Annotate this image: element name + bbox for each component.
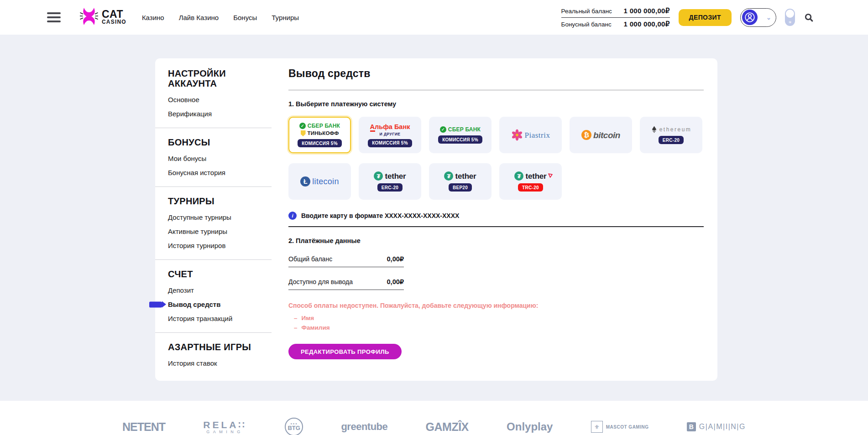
provider-logo-relax-gaming: RELA∷ GAMING [203, 419, 247, 435]
mascot-gaming-icon: ⚜ [591, 421, 603, 433]
cat-casino-logo[interactable]: CAT CASINO [80, 7, 126, 27]
payment-unavailable-warning: Способ оплаты недоступен. Пожалуйста, до… [288, 302, 704, 309]
provider-logo-btg: ★★★ BTG [285, 418, 303, 435]
real-balance-label: Реальный баланс [561, 8, 612, 15]
step1-label: 1. Выберите платежную систему [288, 100, 704, 108]
chevron-down-icon: ⌄ [766, 14, 771, 21]
card-format-note: i Вводите карту в формате ХХХХ-ХХХХ-ХХХХ… [288, 212, 704, 220]
payment-tile-piastrix[interactable]: Piastrix [499, 117, 562, 153]
commission-badge: КОМИССИЯ 5% [438, 135, 482, 144]
bitcoin-icon: ₿ [581, 130, 591, 140]
total-balance-row: Общий баланс 0,00₽ [288, 255, 404, 267]
step2-label: 2. Платёжные данные [288, 237, 704, 244]
network-badge: TRC-20 [518, 183, 543, 192]
top-header: CAT CASINO Казино Лайв Казино Бонусы Тур… [0, 0, 868, 35]
sidebar-section-account: СЧЕТ Депозит Вывод средств История транз… [155, 259, 272, 322]
nav-item-tournaments[interactable]: Турниры [272, 14, 299, 21]
logo-word-casino: CASINO [102, 20, 126, 25]
sidebar-item-transaction-history[interactable]: История транзакций [168, 315, 267, 322]
bonus-balance-label: Бонусный баланс [561, 21, 612, 28]
sidebar-item-withdrawal[interactable]: Вывод средств [168, 300, 267, 308]
ethereum-icon [651, 126, 658, 133]
sidebar-item-tournament-history[interactable]: История турниров [168, 242, 267, 249]
sidebar-section-account-settings: НАСТРОЙКИ АККАУНТА Основное Верификация [155, 68, 272, 118]
payment-tile-ethereum[interactable]: ethereum ERC-20 [640, 117, 702, 153]
balance-summary: Реальный баланс 1 000 000,00₽ Бонусный б… [561, 7, 670, 28]
real-balance-row: Реальный баланс 1 000 000,00₽ [561, 7, 670, 18]
search-button[interactable] [804, 12, 814, 23]
total-balance-label: Общий баланс [288, 255, 332, 263]
section-title: СЧЕТ [168, 269, 267, 279]
commission-badge: КОМИССИЯ 5% [298, 139, 342, 147]
tether-icon: ₮ [444, 171, 453, 181]
avatar-icon [742, 10, 758, 25]
sidebar-item-my-bonuses[interactable]: Мои бонусы [168, 155, 267, 162]
payment-tile-tether-trc20[interactable]: ₮tether TRC-20 [499, 163, 562, 200]
nav-item-casino[interactable]: Казино [142, 14, 164, 21]
logo-word-cat: CAT [102, 10, 126, 20]
section-title: НАСТРОЙКИ АККАУНТА [168, 68, 267, 88]
main-nav: Казино Лайв Казино Бонусы Турниры [142, 14, 299, 21]
nav-item-live-casino[interactable]: Лайв Казино [179, 14, 219, 21]
edit-profile-button[interactable]: РЕДАКТИРОВАТЬ ПРОФИЛЬ [288, 344, 402, 359]
withdrawal-content: Вывод средств 1. Выберите платежную сист… [272, 58, 721, 381]
sun-icon: ☀ [785, 20, 795, 25]
sidebar-item-verification[interactable]: Верификация [168, 110, 267, 118]
section-title: АЗАРТНЫЕ ИГРЫ [168, 342, 267, 352]
hamburger-menu-icon[interactable] [47, 12, 61, 22]
available-balance-value: 0,00₽ [387, 278, 404, 285]
payment-methods-grid: ✓СБЕР БАНК ТИНЬКОФФ КОМИССИЯ 5% Альфа Ба… [288, 117, 704, 200]
providers-footer: NETENT RELA∷ GAMING ★★★ BTG greentube GA… [0, 401, 868, 435]
commission-badge: КОМИССИЯ 5% [368, 139, 412, 147]
sber-check-icon: ✓ [440, 126, 446, 133]
network-badge: ERC-20 [659, 136, 684, 144]
page-title: Вывод средств [288, 67, 704, 80]
tron-icon [548, 171, 553, 180]
sidebar-section-tournaments: ТУРНИРЫ Доступные турниры Активные турни… [155, 186, 272, 249]
provider-logo-mascot-gaming: ⚜ MASCOT GAMING [591, 421, 649, 433]
network-badge: ERC-20 [377, 183, 403, 192]
sidebar-item-available-tournaments[interactable]: Доступные турниры [168, 213, 267, 221]
active-item-arrow-icon [149, 301, 162, 307]
info-text: Вводите карту в формате ХХХХ-ХХХХ-ХХХХ-Х… [301, 212, 459, 219]
tether-icon: ₮ [514, 171, 523, 181]
provider-logo-greentube: greentube [341, 421, 387, 433]
tether-icon: ₮ [374, 171, 383, 181]
payment-tile-sber-tinkoff[interactable]: ✓СБЕР БАНК ТИНЬКОФФ КОМИССИЯ 5% [288, 117, 351, 153]
sidebar-item-deposit[interactable]: Депозит [168, 286, 267, 294]
nav-item-bonuses[interactable]: Бонусы [233, 14, 257, 21]
profile-menu-button[interactable]: ⌄ [740, 8, 776, 27]
piastrix-flower-icon [511, 129, 523, 141]
sidebar-item-active-tournaments[interactable]: Активные турниры [168, 228, 267, 235]
provider-logo-onlyplay: Onlyplay [507, 420, 553, 433]
payment-tile-tether-erc20[interactable]: ₮tether ERC-20 [359, 163, 421, 200]
deposit-button[interactable]: ДЕПОЗИТ [679, 9, 732, 26]
section-title: ТУРНИРЫ [168, 196, 267, 206]
withdrawal-card: НАСТРОЙКИ АККАУНТА Основное Верификация … [155, 58, 717, 381]
payment-tile-bitcoin[interactable]: ₿bitcoin [570, 117, 632, 153]
sidebar-section-gambling: АЗАРТНЫЕ ИГРЫ История ставок [155, 332, 272, 367]
sidebar-item-bet-history[interactable]: История ставок [168, 359, 267, 367]
toggle-knob [786, 10, 794, 18]
divider [288, 226, 704, 227]
divider [288, 90, 704, 90]
payment-tile-alfa[interactable]: Альфа Банк И ДРУГИЕ КОМИССИЯ 5% [359, 117, 421, 153]
available-balance-row: Доступно для вывода 0,00₽ [288, 278, 404, 290]
bonus-balance-row: Бонусный баланс 1 000 000,00₽ [561, 20, 670, 28]
available-balance-label: Доступно для вывода [288, 278, 353, 285]
payment-tile-litecoin[interactable]: Łlitecoin [288, 163, 351, 200]
info-icon: i [288, 212, 297, 220]
section-title: БОНУСЫ [168, 137, 267, 147]
real-balance-value: 1 000 000,00₽ [624, 7, 670, 15]
sber-check-icon: ✓ [299, 123, 306, 129]
sidebar-item-bonus-history[interactable]: Бонусная история [168, 169, 267, 176]
litecoin-icon: Ł [300, 176, 310, 186]
account-sidebar: НАСТРОЙКИ АККАУНТА Основное Верификация … [155, 58, 272, 381]
theme-toggle[interactable]: ☀ [785, 9, 795, 26]
payment-tile-sber[interactable]: ✓СБЕР БАНК КОМИССИЯ 5% [429, 117, 492, 153]
bonus-balance-value: 1 000 000,00₽ [624, 20, 670, 28]
sidebar-item-main[interactable]: Основное [168, 96, 267, 104]
payment-tile-tether-bep20[interactable]: ₮tether BEP20 [429, 163, 492, 200]
provider-logo-gamzix: GAMZÎX [426, 420, 469, 434]
network-badge: BEP20 [449, 183, 472, 192]
